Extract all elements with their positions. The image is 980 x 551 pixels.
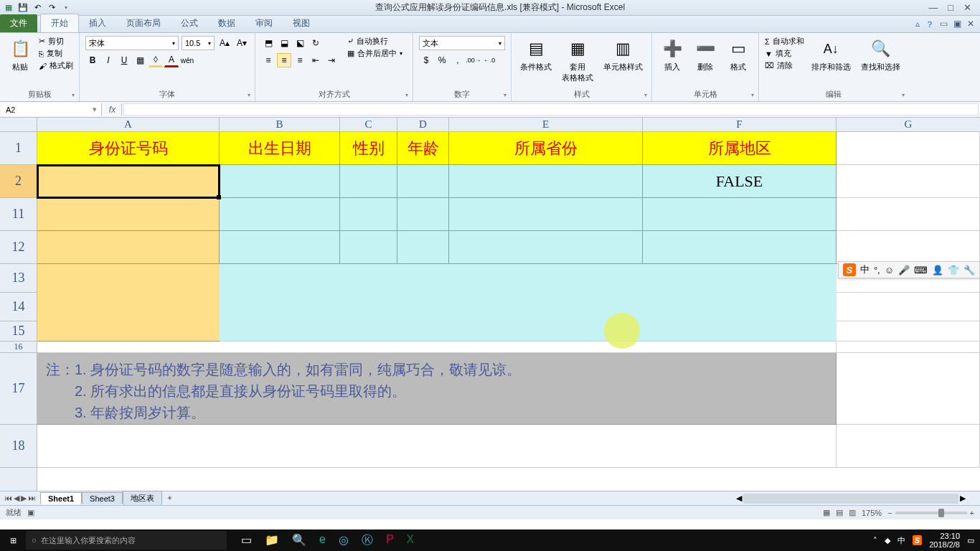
hscroll-right-icon[interactable]: ▶ <box>960 494 966 504</box>
row-header-11[interactable]: 11 <box>0 198 37 231</box>
taskview-icon[interactable]: ▭ <box>241 533 252 548</box>
format-painter-button[interactable]: 🖌格式刷 <box>39 60 73 71</box>
decrease-font-icon[interactable]: A▾ <box>235 36 249 50</box>
zoom-in-icon[interactable]: + <box>970 509 974 517</box>
col-header-D[interactable]: D <box>397 118 449 131</box>
maximize-button[interactable]: □ <box>948 2 953 13</box>
delete-cells-button[interactable]: ➖删除 <box>691 36 720 74</box>
tab-view[interactable]: 视图 <box>283 14 320 32</box>
sheet-nav-last-icon[interactable]: ⏭ <box>28 494 36 503</box>
cut-button[interactable]: ✂剪切 <box>39 36 73 47</box>
increase-decimal-icon[interactable]: .00→ <box>466 53 481 67</box>
tab-file[interactable]: 文件 <box>0 14 37 32</box>
font-color-button[interactable]: A <box>164 53 179 67</box>
hscroll-left-icon[interactable]: ◀ <box>736 494 742 504</box>
taskbar-app-ppt[interactable]: P <box>386 533 394 548</box>
col-header-C[interactable]: C <box>340 118 397 131</box>
cell-row16[interactable] <box>37 342 837 353</box>
cell-F1[interactable]: 所属地区 <box>643 132 837 165</box>
col-header-G[interactable]: G <box>837 118 980 131</box>
sort-filter-button[interactable]: A↓排序和筛选 <box>809 36 854 74</box>
cell-G17[interactable] <box>837 353 980 425</box>
conditional-format-button[interactable]: ▤条件格式 <box>517 36 555 74</box>
sheet-nav-next-icon[interactable]: ▶ <box>21 494 27 503</box>
tray-up-icon[interactable]: ˄ <box>873 536 877 545</box>
cell-G11[interactable] <box>837 198 980 231</box>
cell-A1[interactable]: 身份证号码 <box>37 132 220 165</box>
cell-F2[interactable]: FALSE <box>643 165 837 198</box>
ime-settings-icon[interactable]: 🔧 <box>963 265 975 276</box>
tab-insert[interactable]: 插入 <box>79 14 116 32</box>
cell-G16[interactable] <box>837 342 980 353</box>
taskbar-app-folder[interactable]: 📁 <box>265 533 279 548</box>
taskbar-app-s[interactable]: ◎ <box>339 533 349 548</box>
row-header-16[interactable]: 16 <box>0 342 37 353</box>
macro-record-icon[interactable]: ▣ <box>27 508 34 517</box>
ime-toolbar[interactable]: S 中 °, ☺ 🎤 ⌨ 👤 👕 🔧 <box>838 261 980 278</box>
undo-icon[interactable]: ↶ <box>32 2 43 14</box>
cell-A14[interactable] <box>37 293 220 321</box>
increase-font-icon[interactable]: A▴ <box>217 36 232 50</box>
select-all-corner[interactable] <box>0 118 37 131</box>
ime-keyboard-icon[interactable]: ⌨ <box>914 265 928 276</box>
col-header-F[interactable]: F <box>643 118 837 131</box>
view-pagebreak-icon[interactable]: ▥ <box>849 508 856 517</box>
cell-B14[interactable] <box>220 293 837 321</box>
align-left-icon[interactable]: ≡ <box>261 53 275 67</box>
cell-note[interactable]: 注：1. 身份证号码的数字是随意输入的，如有雷同，纯属巧合，敬请见谅。 2. 所… <box>37 353 837 425</box>
align-middle-icon[interactable]: ⬓ <box>277 36 291 50</box>
row-header-17[interactable]: 17 <box>0 353 37 425</box>
cell-F11[interactable] <box>643 198 837 231</box>
taskbar-search[interactable]: ○ 在这里输入你要搜索的内容 <box>26 531 227 550</box>
cell-C12[interactable] <box>340 231 397 264</box>
ribbon-close-icon[interactable]: ✕ <box>967 19 974 31</box>
formula-input[interactable] <box>123 103 979 116</box>
row-header-18[interactable]: 18 <box>0 425 37 468</box>
ime-lang[interactable]: 中 <box>860 263 870 276</box>
tab-data[interactable]: 数据 <box>208 14 245 32</box>
indent-dec-icon[interactable]: ⇤ <box>308 53 323 67</box>
fill-color-button[interactable]: ◊ <box>149 53 163 67</box>
ime-punct[interactable]: °, <box>874 265 880 276</box>
cell-E2[interactable] <box>449 165 643 198</box>
cell-B13[interactable] <box>220 264 837 293</box>
cell-G15[interactable] <box>837 321 980 342</box>
name-box-dropdown-icon[interactable]: ▾ <box>93 105 97 114</box>
zoom-out-icon[interactable]: − <box>887 509 892 517</box>
ime-user-icon[interactable]: 👤 <box>932 265 943 276</box>
wrap-text-button[interactable]: ⤶自动换行 <box>347 36 402 47</box>
taskbar-app-excel[interactable]: X <box>407 533 415 548</box>
col-header-A[interactable]: A <box>37 118 220 131</box>
cell-G12[interactable] <box>837 231 980 264</box>
cell-D2[interactable] <box>397 165 449 198</box>
cell-G2[interactable] <box>837 165 980 198</box>
cell-B12[interactable] <box>220 231 340 264</box>
tab-review[interactable]: 审阅 <box>245 14 283 32</box>
cell-A12[interactable] <box>37 231 220 264</box>
align-top-icon[interactable]: ⬒ <box>261 36 275 50</box>
bold-button[interactable]: B <box>85 53 100 67</box>
clear-button[interactable]: ⌧清除 <box>765 60 804 71</box>
italic-button[interactable]: I <box>101 53 116 67</box>
cell-B2[interactable] <box>220 165 340 198</box>
decrease-decimal-icon[interactable]: ←.0 <box>482 53 496 67</box>
merge-center-button[interactable]: ▦合并后居中▾ <box>347 48 402 59</box>
cell-C1[interactable]: 性别 <box>340 132 397 165</box>
ime-emoji-icon[interactable]: ☺ <box>885 265 894 276</box>
cell-C11[interactable] <box>340 198 397 231</box>
font-size-select[interactable]: 10.5▾ <box>182 36 215 50</box>
worksheet-grid[interactable]: 1 2 11 12 13 14 15 16 17 18 身份证号码 出生日期 性… <box>0 132 980 491</box>
close-button[interactable]: ✕ <box>963 2 971 13</box>
border-button[interactable]: ▦ <box>133 53 147 67</box>
sheet-tab-sheet3[interactable]: Sheet3 <box>82 492 123 504</box>
underline-button[interactable]: U <box>117 53 131 67</box>
cell-D12[interactable] <box>397 231 449 264</box>
ime-mic-icon[interactable]: 🎤 <box>898 265 910 276</box>
sheet-tab-region[interactable]: 地区表 <box>123 491 162 505</box>
qat-dropdown-icon[interactable]: ▾ <box>60 2 72 14</box>
row-header-2[interactable]: 2 <box>0 165 37 198</box>
format-cells-button[interactable]: ▭格式 <box>724 36 753 74</box>
cell-A13[interactable] <box>37 264 220 293</box>
help-icon[interactable]: ？ <box>925 19 934 31</box>
row-header-12[interactable]: 12 <box>0 231 37 264</box>
